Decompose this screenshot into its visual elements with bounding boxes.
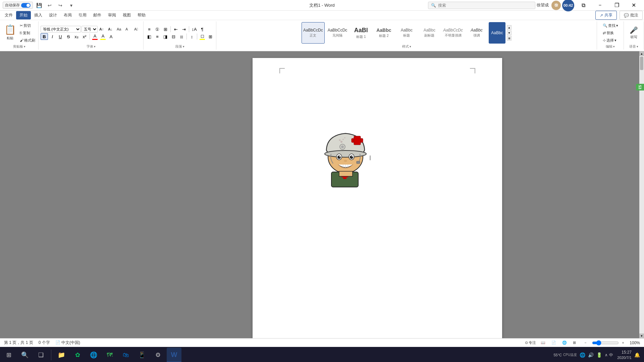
customize-qa-button[interactable]: ▾: [66, 1, 76, 10]
menu-home[interactable]: 开始: [16, 11, 31, 19]
zoom-in-button[interactable]: ＋: [620, 340, 628, 346]
menu-mailings[interactable]: 邮件: [90, 11, 105, 19]
paragraph-expand-icon[interactable]: ▾: [183, 45, 184, 48]
menu-review[interactable]: 审阅: [105, 11, 119, 19]
ime-indicator[interactable]: 中: [608, 352, 614, 358]
underline-button[interactable]: U: [57, 33, 64, 40]
menu-insert[interactable]: 插入: [31, 11, 46, 19]
focus-mode-button[interactable]: ⊞: [572, 340, 580, 346]
document-image-container[interactable]: [300, 92, 390, 190]
increase-indent-button[interactable]: ⇥: [180, 26, 187, 33]
copy-button[interactable]: ⎘ 复制: [19, 29, 36, 36]
menu-help[interactable]: 帮助: [134, 11, 149, 19]
voice-expand-icon[interactable]: ▾: [637, 45, 638, 48]
read-view-button[interactable]: 📖: [540, 340, 548, 346]
task-view-button[interactable]: ❑: [34, 348, 48, 362]
document-page[interactable]: [253, 58, 502, 338]
change-case-button[interactable]: Aa: [116, 26, 124, 33]
undo-button[interactable]: ↩: [45, 1, 54, 10]
browser-button[interactable]: 🌐: [86, 348, 101, 362]
document-scroll-area[interactable]: [115, 51, 639, 338]
find-button[interactable]: 🔍 查找 ▾: [602, 22, 619, 29]
phone-link-button[interactable]: 📱: [135, 348, 149, 362]
file-explorer-button[interactable]: 📁: [54, 348, 69, 362]
battery-icon[interactable]: 🔋: [596, 352, 602, 358]
shading-button[interactable]: ◻: [199, 33, 206, 40]
clipboard-expand-icon[interactable]: ▾: [24, 45, 25, 48]
zoom-out-button[interactable]: －: [583, 340, 591, 346]
green-badge[interactable]: 53: [636, 84, 644, 90]
volume-icon[interactable]: 🔊: [588, 352, 594, 358]
menu-layout[interactable]: 布局: [60, 11, 75, 19]
editing-expand-icon[interactable]: ▾: [613, 45, 615, 48]
multilevel-button[interactable]: ⊞: [162, 26, 169, 33]
char-border-button[interactable]: A⃞: [133, 26, 141, 33]
styles-scroll-expand[interactable]: ⊞: [507, 36, 512, 41]
minimize-button[interactable]: －: [592, 0, 608, 11]
style-title[interactable]: AaBbc 标题: [396, 22, 417, 44]
redo-button[interactable]: ↪: [56, 1, 65, 10]
font-family-select[interactable]: 等线 (中文正文): [41, 26, 81, 33]
scroll-up-arrow[interactable]: ▲: [639, 51, 644, 56]
subscript-button[interactable]: x₂: [73, 33, 80, 40]
zoom-slider[interactable]: [592, 340, 619, 346]
align-left-button[interactable]: ◧: [146, 33, 153, 40]
menu-references[interactable]: 引用: [75, 11, 90, 19]
comment-button[interactable]: 💬 批注: [620, 11, 643, 20]
word-taskbar-button[interactable]: W: [167, 348, 181, 362]
select-button[interactable]: ⊹ 选择 ▾: [602, 37, 619, 44]
style-normal[interactable]: AaBbCcDc 正文: [302, 22, 325, 44]
share-button[interactable]: ↗ 共享: [595, 11, 617, 20]
network-icon[interactable]: 🌐: [580, 352, 585, 358]
bold-button[interactable]: B: [41, 33, 48, 40]
restore-button[interactable]: ❐: [609, 0, 625, 11]
close-button[interactable]: ✕: [626, 0, 641, 11]
sort-button[interactable]: ↕A: [191, 26, 198, 33]
store-button[interactable]: 🛍: [118, 348, 133, 362]
style-heading1[interactable]: AaBl 标题 1: [350, 22, 372, 44]
styles-scroll-up[interactable]: ▲: [507, 25, 512, 30]
search-bar[interactable]: 🔍: [428, 2, 535, 9]
font-color-button[interactable]: A: [91, 33, 99, 40]
line-spacing-button[interactable]: ↕: [188, 33, 196, 40]
columns-button[interactable]: ⫼: [178, 33, 185, 40]
decrease-indent-button[interactable]: ⇤: [172, 26, 179, 33]
cut-button[interactable]: ✂ 剪切: [19, 22, 36, 29]
start-menu-button[interactable]: ⊞: [1, 348, 16, 362]
style-intense[interactable]: AaBbc: [489, 22, 505, 44]
screen-switch-button[interactable]: ⧉: [576, 0, 591, 11]
style-heading2[interactable]: AaBbc 标题 2: [373, 22, 394, 44]
borders-button[interactable]: ⊞: [207, 33, 214, 40]
dictate-button[interactable]: 🎤 听写: [628, 23, 639, 43]
paste-button[interactable]: 📋 粘贴: [2, 22, 18, 42]
web-layout-button[interactable]: 🌐: [561, 340, 569, 346]
clear-format-button[interactable]: A: [124, 26, 132, 33]
show-marks-button[interactable]: ¶: [199, 26, 206, 33]
save-button[interactable]: 💾: [34, 1, 44, 10]
align-right-button[interactable]: ◨: [162, 33, 169, 40]
style-subtitle[interactable]: AaBbc 副标题: [419, 22, 440, 44]
menu-file[interactable]: 文件: [1, 11, 16, 19]
maps-button[interactable]: 🗺: [102, 348, 117, 362]
hidden-icons-button[interactable]: ∧: [605, 353, 608, 357]
autosave-toggle[interactable]: 自动保存: [3, 2, 33, 9]
styles-scroll-down[interactable]: ▼: [507, 31, 512, 35]
char-shading-button[interactable]: A: [107, 33, 115, 40]
system-clock[interactable]: 15:27 2020/7/1: [617, 350, 632, 360]
devtools-button[interactable]: ⚙: [151, 348, 165, 362]
style-subtle-emphasis[interactable]: AaBbCcDc 不明显强调: [441, 22, 465, 44]
scroll-down-arrow[interactable]: ▼: [639, 334, 644, 338]
right-scrollbar[interactable]: ▲ ▼: [639, 51, 644, 338]
font-shrink-button[interactable]: A↓: [107, 26, 115, 33]
bullets-button[interactable]: ≡: [146, 26, 153, 33]
align-center-button[interactable]: ≡: [154, 33, 161, 40]
styles-expand-icon[interactable]: ▾: [410, 45, 411, 48]
superscript-button[interactable]: x²: [81, 33, 88, 40]
font-grow-button[interactable]: A↑: [98, 26, 106, 33]
scroll-thumb[interactable]: [640, 57, 643, 70]
weixin-button[interactable]: ✿: [70, 348, 85, 362]
italic-button[interactable]: I: [49, 33, 56, 40]
style-no-space[interactable]: AaBbCcDc 无间隔: [326, 22, 349, 44]
style-emphasis[interactable]: AaBbc 强调: [466, 22, 487, 44]
focus-button[interactable]: ⊙ 专注: [524, 340, 537, 346]
